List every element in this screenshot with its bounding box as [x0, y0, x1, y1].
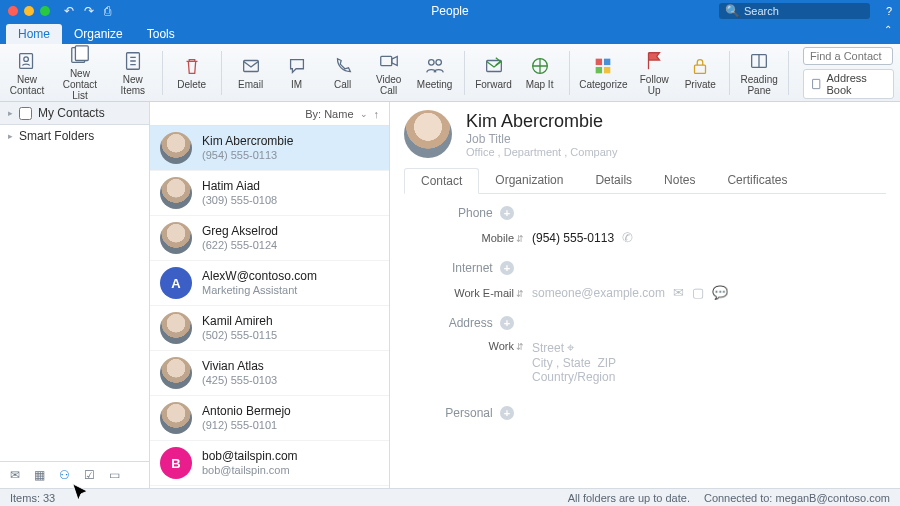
delete-button[interactable]: Delete	[171, 53, 213, 92]
chat-icon[interactable]: 💬	[712, 285, 728, 300]
add-address-icon[interactable]: +	[500, 316, 514, 330]
close-window[interactable]	[8, 6, 18, 16]
tab-contact[interactable]: Contact	[404, 168, 479, 194]
sync-status: All folders are up to date.	[568, 492, 690, 504]
im-button[interactable]: IM	[276, 53, 318, 92]
add-personal-icon[interactable]: +	[500, 406, 514, 420]
sidebar: ▸ My Contacts ▸ Smart Folders ✉ ▦ ⚇ ☑ ▭	[0, 102, 150, 488]
notes-nav-icon[interactable]: ▭	[109, 468, 120, 482]
svg-point-1	[24, 56, 29, 61]
quick-access: ↶ ↷ ⎙	[64, 4, 111, 18]
help-icon[interactable]: ?	[886, 5, 892, 17]
contact-item[interactable]: Greg Akselrod(622) 555-0124	[150, 216, 389, 261]
email-button[interactable]: Email	[230, 53, 272, 92]
svg-rect-5	[243, 61, 258, 72]
contact-item[interactable]: Jamie Campbell(732) 555-0121	[150, 486, 389, 488]
work-email-value[interactable]: someone@example.com	[532, 286, 665, 300]
item-count: Items: 33	[10, 492, 55, 504]
contact-name: AlexW@contoso.com	[202, 269, 317, 283]
contact-item[interactable]: Kim Abercrombie(954) 555-0113	[150, 126, 389, 171]
contact-name: Hatim Aiad	[202, 179, 277, 193]
contact-org[interactable]: Office , Department , Company	[466, 146, 617, 158]
contact-name: Kim Abercrombie	[202, 134, 293, 148]
city-state-zip[interactable]: City , State ZIP	[532, 356, 616, 370]
mobile-label[interactable]: Mobile⇵	[434, 232, 524, 244]
calendar-nav-icon[interactable]: ▦	[34, 468, 45, 482]
svg-rect-11	[596, 59, 602, 65]
mapit-button[interactable]: Map It	[519, 53, 561, 92]
sidebar-my-contacts[interactable]: ▸ My Contacts	[0, 102, 149, 125]
tab-home[interactable]: Home	[6, 24, 62, 44]
video-call-button[interactable]: Video Call	[368, 48, 410, 98]
contact-item[interactable]: Antonio Bermejo(912) 555-0101	[150, 396, 389, 441]
tasks-nav-icon[interactable]: ☑	[84, 468, 95, 482]
mail-nav-icon[interactable]: ✉	[10, 468, 20, 482]
redo-icon[interactable]: ↷	[84, 4, 94, 18]
new-contact-button[interactable]: New Contact	[6, 48, 48, 98]
window-controls	[8, 6, 50, 16]
print-icon[interactable]: ⎙	[104, 4, 111, 18]
address-section-label: Address	[449, 316, 493, 330]
tab-certificates[interactable]: Certificates	[711, 168, 803, 193]
country-field[interactable]: Country/Region	[532, 370, 616, 384]
private-button[interactable]: Private	[679, 53, 721, 92]
forward-button[interactable]: Forward	[473, 53, 515, 92]
meeting-button[interactable]: Meeting	[414, 53, 456, 92]
contact-detail: Kim Abercrombie Job Title Office , Depar…	[390, 102, 900, 488]
contact-item[interactable]: Bbob@tailspin.combob@tailspin.com	[150, 441, 389, 486]
contact-item[interactable]: Vivian Atlas(425) 555-0103	[150, 351, 389, 396]
contact-sub: (912) 555-0101	[202, 419, 291, 432]
svg-point-8	[436, 60, 442, 66]
find-contact-input[interactable]	[803, 47, 893, 65]
email-icon[interactable]: ✉	[673, 285, 684, 300]
people-nav-icon[interactable]: ⚇	[59, 468, 70, 482]
tab-organization[interactable]: Organization	[479, 168, 579, 193]
new-items-button[interactable]: New Items	[112, 48, 154, 98]
video-icon[interactable]: ▢	[692, 285, 704, 300]
reading-pane-button[interactable]: Reading Pane	[738, 48, 780, 98]
location-icon[interactable]: ⌖	[567, 340, 574, 355]
contact-item[interactable]: Kamil Amireh(502) 555-0115	[150, 306, 389, 351]
list-sort[interactable]: By: Name ⌄ ↑	[150, 102, 389, 126]
add-internet-icon[interactable]: +	[500, 261, 514, 275]
work-email-label[interactable]: Work E-mail⇵	[434, 287, 524, 299]
collapse-ribbon-icon[interactable]: ⌃	[884, 24, 892, 35]
svg-rect-3	[75, 46, 88, 61]
avatar	[160, 312, 192, 344]
contact-item[interactable]: Hatim Aiad(309) 555-0108	[150, 171, 389, 216]
app-title: People	[431, 4, 468, 18]
mobile-value[interactable]: (954) 555-0113	[532, 231, 614, 245]
tab-details[interactable]: Details	[579, 168, 648, 193]
contact-sub: (954) 555-0113	[202, 149, 293, 162]
search-input[interactable]	[744, 5, 864, 17]
search-box[interactable]: 🔍	[719, 3, 870, 19]
contact-sub: (425) 555-0103	[202, 374, 277, 387]
tab-notes[interactable]: Notes	[648, 168, 711, 193]
address-book-button[interactable]: Address Book	[803, 69, 894, 99]
tab-tools[interactable]: Tools	[135, 24, 187, 44]
call-button[interactable]: Call	[322, 53, 364, 92]
my-contacts-checkbox[interactable]	[19, 107, 32, 120]
svg-rect-14	[604, 67, 610, 73]
sort-asc-icon[interactable]: ↑	[374, 108, 380, 120]
contact-item[interactable]: AAlexW@contoso.comMarketing Assistant	[150, 261, 389, 306]
contact-job-title[interactable]: Job Title	[466, 132, 617, 146]
work-address-label[interactable]: Work⇵	[434, 340, 524, 352]
minimize-window[interactable]	[24, 6, 34, 16]
svg-rect-6	[380, 56, 391, 65]
sidebar-smart-folders[interactable]: ▸ Smart Folders	[0, 125, 149, 147]
followup-button[interactable]: Follow Up	[633, 48, 675, 98]
avatar	[160, 132, 192, 164]
contact-name: Kim Abercrombie	[466, 111, 617, 132]
undo-icon[interactable]: ↶	[64, 4, 74, 18]
maximize-window[interactable]	[40, 6, 50, 16]
svg-point-7	[428, 60, 434, 66]
phone-icon[interactable]: ✆	[622, 230, 633, 245]
contact-sub: (502) 555-0115	[202, 329, 277, 342]
add-phone-icon[interactable]: +	[500, 206, 514, 220]
tab-organize[interactable]: Organize	[62, 24, 135, 44]
new-contact-list-button[interactable]: New Contact List	[52, 42, 108, 103]
chevron-down-icon: ⌄	[360, 109, 368, 119]
categorize-button[interactable]: Categorize	[577, 53, 629, 92]
street-field[interactable]: Street ⌖	[532, 340, 616, 356]
